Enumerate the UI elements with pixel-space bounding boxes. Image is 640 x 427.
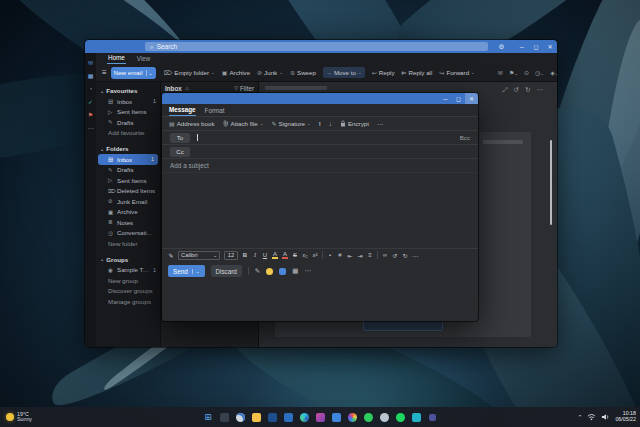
chevron-down-icon[interactable]: ⌄ [146, 70, 153, 76]
new-email-button[interactable]: New email ⌄ [111, 67, 156, 79]
mark-read-icon[interactable]: ✉ [498, 69, 503, 76]
superscript-icon[interactable]: x² [312, 252, 318, 258]
maximize-button[interactable]: ◻ [452, 93, 465, 104]
apps-module-icon[interactable]: ⚑ [88, 112, 93, 118]
bold-icon[interactable]: B [242, 252, 248, 258]
discard-button[interactable]: Discard [211, 265, 242, 277]
tab-format[interactable]: Format [205, 107, 225, 116]
highlight-icon[interactable]: A [272, 251, 278, 259]
cc-field[interactable]: Cc [162, 145, 478, 159]
file-explorer-icon[interactable] [251, 412, 262, 423]
scrollbar[interactable] [550, 140, 552, 225]
more-formatting-icon[interactable]: ⋯ [412, 252, 418, 259]
steam-icon[interactable] [379, 412, 390, 423]
more-apps-icon[interactable]: ⋯ [88, 125, 94, 131]
volume-icon[interactable] [601, 413, 610, 421]
new-group-button[interactable]: New group [96, 275, 160, 286]
flag-icon[interactable]: ⚑⌄ [509, 69, 518, 76]
tab-view[interactable]: View [136, 55, 152, 64]
sidebar-item-junk[interactable]: ⊘ Junk Email [96, 196, 160, 207]
format-painter-icon[interactable]: ✎ [168, 252, 174, 259]
sidebar-item-sent-fav[interactable]: ▷ Sent Items [96, 107, 160, 118]
address-book-button[interactable]: ▤ Address book [169, 120, 215, 127]
tab-home[interactable]: Home [107, 54, 126, 64]
store-icon[interactable] [411, 412, 422, 423]
close-button[interactable]: ✕ [465, 93, 478, 104]
undo-icon[interactable]: ↺ [514, 86, 519, 94]
sidebar-item-notes[interactable]: ≣ Notes [96, 217, 160, 228]
section-groups[interactable]: ⌄ Groups [96, 254, 160, 265]
todo-module-icon[interactable]: ✓ [88, 99, 93, 105]
signature-button[interactable]: ✎ Signature⌄ [271, 120, 310, 127]
mail-module-icon[interactable]: ✉ [88, 60, 93, 66]
sidebar-item-drafts-fav[interactable]: ✎ Drafts [96, 117, 160, 128]
move-to-button[interactable]: → Move to⌄ [323, 67, 365, 78]
subscript-icon[interactable]: x₂ [302, 252, 308, 258]
font-size-select[interactable]: 12 [224, 251, 238, 260]
send-button[interactable]: Send ⌄ [168, 265, 205, 277]
underline-icon[interactable]: U [262, 252, 268, 258]
encrypt-button[interactable]: Encrypt [340, 120, 369, 127]
outlook-icon[interactable] [267, 412, 278, 423]
search-taskbar-icon[interactable] [235, 412, 246, 423]
to-field[interactable]: To Bcc [162, 131, 478, 145]
snooze-icon[interactable]: ◷⌄ [535, 69, 544, 76]
section-favourites[interactable]: ⌄ Favourites [96, 85, 160, 96]
chevron-down-icon[interactable]: ⌄ [192, 269, 200, 274]
sweep-button[interactable]: ≋ Sweep [290, 69, 316, 76]
manage-groups-button[interactable]: Manage groups [96, 296, 160, 307]
discover-groups-button[interactable]: Discover groups [96, 286, 160, 297]
tab-message[interactable]: Message [169, 106, 196, 116]
calendar-icon[interactable] [283, 412, 294, 423]
sidebar-item-conversation-history[interactable]: ◷ Conversation His… [96, 228, 160, 239]
pin-icon[interactable]: ✩ [185, 85, 190, 91]
spotify-icon[interactable] [395, 412, 406, 423]
font-color-icon[interactable]: A [282, 251, 288, 259]
email-action-button[interactable] [363, 320, 443, 331]
zoom-icon[interactable]: ⤢ [502, 86, 507, 94]
hidden-icons-chevron[interactable]: ⌃ [578, 414, 583, 420]
redo-icon[interactable]: ↻ [402, 252, 408, 259]
start-button[interactable]: ⊞ [203, 412, 214, 423]
low-importance-button[interactable]: ↓ [329, 120, 332, 127]
task-view-icon[interactable] [219, 412, 230, 423]
pin-icon[interactable]: ⊙ [524, 69, 529, 76]
empty-folder-button[interactable]: ⌦ Empty folder⌄ [164, 69, 215, 76]
new-folder-button[interactable]: New folder [96, 238, 160, 249]
search-input[interactable]: ⌕ Search [145, 42, 488, 51]
more-icon[interactable]: ⋯ [537, 86, 544, 94]
gear-icon[interactable]: ⚙ [499, 43, 505, 51]
outdent-icon[interactable]: ⇤ [347, 252, 353, 259]
pen-icon[interactable]: ✎ [255, 267, 260, 275]
redo-icon[interactable]: ↻ [525, 86, 530, 94]
calendar-module-icon[interactable]: ▦ [88, 73, 94, 79]
filter-button[interactable]: ▽ Filter [234, 85, 254, 92]
link-icon[interactable]: ∞ [382, 252, 388, 258]
loop-component-icon[interactable] [279, 268, 286, 275]
subject-field[interactable]: Add a subject [162, 159, 478, 173]
people-module-icon[interactable]: ◔ [89, 86, 93, 92]
sidebar-item-sample-team[interactable]: ◉ Sample Team S… 1 [96, 265, 160, 276]
close-button[interactable]: ✕ [543, 40, 557, 53]
numbered-list-icon[interactable]: # [337, 252, 343, 258]
categorize-icon[interactable]: ◈⌄ [550, 69, 557, 76]
image-icon[interactable]: ▦ [292, 267, 298, 275]
minimize-button[interactable]: ─ [439, 93, 452, 104]
more-insert-icon[interactable]: ⋯ [304, 267, 311, 275]
teams-icon[interactable] [427, 412, 438, 423]
whatsapp-icon[interactable] [363, 412, 374, 423]
mail-titlebar[interactable]: ⌕ Search ⚙ ─ ◻ ✕ [85, 40, 557, 53]
minimize-button[interactable]: ─ [515, 40, 529, 53]
bcc-toggle[interactable]: Bcc [460, 134, 470, 141]
taskbar-clock[interactable]: 10:18 06/05/22 [615, 411, 636, 422]
wifi-icon[interactable] [587, 413, 596, 421]
forward-button[interactable]: ↪ Forward⌄ [439, 69, 475, 76]
mail-icon[interactable] [331, 412, 342, 423]
italic-icon[interactable]: I [252, 252, 258, 258]
font-select[interactable]: Calibri ⌄ [178, 251, 220, 260]
align-icon[interactable]: ≡ [367, 252, 373, 258]
sidebar-item-sent[interactable]: ▷ Sent Items [96, 175, 160, 186]
sidebar-item-drafts[interactable]: ✎ Drafts [96, 165, 160, 176]
reply-all-button[interactable]: ⇇ Reply all [402, 69, 433, 76]
message-body-field[interactable] [162, 173, 478, 248]
